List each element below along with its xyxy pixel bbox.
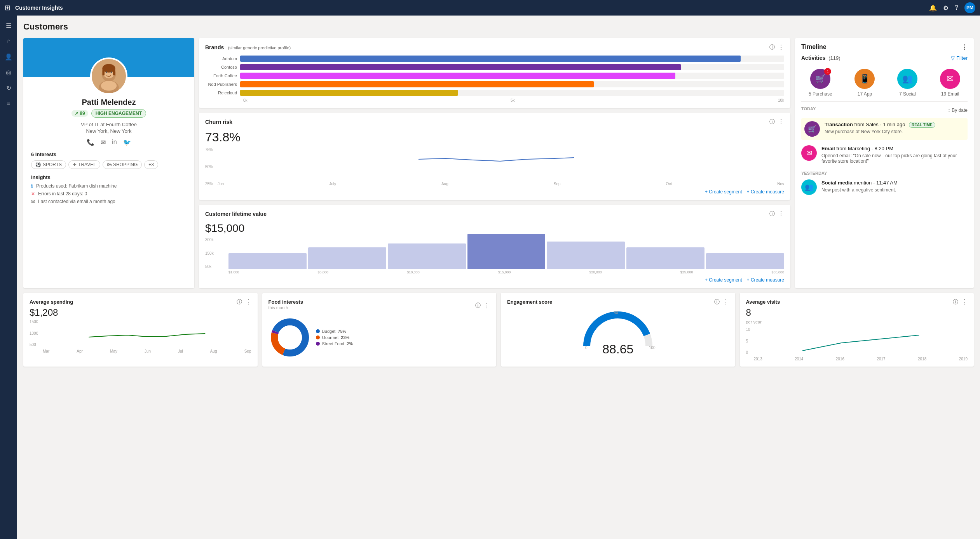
clv-bar — [706, 253, 784, 269]
visits-xaxis: 2013 2014 2016 2017 2018 2019 — [754, 357, 968, 361]
churn-title: Churn risk — [205, 119, 232, 125]
streetfood-dot — [316, 342, 320, 346]
profile-badges: ↗ 89 HIGH ENGAGEMENT — [31, 109, 187, 118]
profile-contacts: 📞 ✉ in 🐦 — [31, 139, 187, 146]
clv-header: Customer lifetime value ⓘ ⋮ — [205, 210, 784, 217]
sidebar-menu[interactable]: ☰ — [2, 19, 16, 33]
engagement-badge: HIGH ENGAGEMENT — [91, 109, 146, 118]
engagement-info[interactable]: ⓘ — [714, 299, 720, 306]
clv-bar — [626, 247, 704, 269]
sort-button[interactable]: ↕ By date — [948, 108, 968, 113]
brands-subtitle: (similar generic predictive profile) — [228, 45, 291, 50]
today-label: TODAY — [801, 106, 816, 111]
top-row: Patti Melendez ↗ 89 HIGH ENGAGEMENT VP o… — [23, 38, 974, 288]
purchase-circle: 🛒 1 — [810, 69, 830, 89]
clv-bars — [218, 238, 784, 269]
visits-svg-wrap: 2013 2014 2016 2017 2018 2019 — [754, 327, 968, 361]
churn-card: Churn risk ⓘ ⋮ 73.8% 75% 50% 25% — [199, 113, 790, 200]
timeline-dot-1: ✉ — [801, 145, 817, 161]
food-more[interactable]: ⋮ — [484, 302, 490, 309]
activity-app[interactable]: 📱 17 App — [854, 69, 875, 97]
clv-yaxis: 300k 150k 50k — [205, 238, 216, 269]
apps-icon[interactable]: ⊞ — [5, 3, 10, 12]
email-icon[interactable]: ✉ — [101, 139, 106, 146]
food-info[interactable]: ⓘ — [475, 302, 481, 309]
spending-xaxis: Mar Apr May Jun Jul Aug Sep — [43, 349, 251, 353]
brands-actions: ⓘ ⋮ — [769, 43, 784, 51]
engagement-more[interactable]: ⋮ — [723, 298, 729, 306]
app-circle: 📱 — [854, 69, 875, 89]
churn-info-icon[interactable]: ⓘ — [769, 118, 775, 125]
sidebar-segments[interactable]: ◎ — [2, 65, 16, 79]
brands-more-icon[interactable]: ⋮ — [778, 43, 784, 51]
food-title-group: Food interests this month — [269, 298, 303, 313]
purchase-label: 5 Purchase — [809, 91, 832, 97]
info-circle-icon: ℹ — [31, 183, 33, 189]
linkedin-icon[interactable]: in — [112, 139, 117, 146]
brands-info-icon[interactable]: ⓘ — [769, 44, 775, 51]
settings-icon[interactable]: ⚙ — [943, 4, 949, 12]
clv-chart-actions: + Create segment + Create measure — [205, 277, 784, 283]
donut-chart — [269, 316, 311, 359]
insight-3: ✉ Last contacted via email a month ago — [31, 199, 187, 204]
avg-spending-info[interactable]: ⓘ — [237, 299, 242, 306]
churn-svg-wrap: Jun July Aug Sep Oct Nov — [205, 148, 784, 186]
sidebar-measures[interactable]: ≡ — [2, 96, 16, 110]
brands-bar-row: Adatum — [205, 56, 784, 62]
clv-bar — [388, 243, 466, 269]
engagement-value: 88.65 — [602, 342, 633, 356]
sidebar-activities[interactable]: ↻ — [2, 81, 16, 95]
mail-icon: ✉ — [31, 199, 35, 204]
bar-container — [240, 64, 784, 70]
avatar[interactable]: PM — [964, 2, 975, 13]
activities-label: Activities — [801, 55, 825, 61]
activity-purchase[interactable]: 🛒 1 5 Purchase — [809, 69, 832, 97]
bar-container — [240, 90, 784, 96]
interest-more[interactable]: +3 — [144, 160, 158, 169]
activity-email[interactable]: ✉ 19 Email — [940, 69, 960, 97]
activities-count: (119) — [828, 55, 840, 61]
help-icon[interactable]: ? — [955, 4, 958, 11]
timeline-item-0: 🛒 Transaction from Sales - 1 min ago REA… — [801, 118, 968, 140]
avg-spending-value: $1,208 — [30, 307, 251, 318]
clv-bar — [228, 253, 307, 269]
filter-icon: ▽ — [951, 55, 955, 61]
engagement-card: Engagement score ⓘ ⋮ 0 50 — [501, 293, 735, 367]
timeline-more-icon[interactable]: ⋮ — [961, 43, 968, 51]
engagement-actions: ⓘ ⋮ — [714, 298, 729, 306]
avg-visits-more[interactable]: ⋮ — [961, 298, 968, 306]
avg-visits-info[interactable]: ⓘ — [953, 299, 958, 306]
sidebar: ☰ ⌂ 👤 ◎ ↻ ≡ — [0, 16, 17, 539]
phone-icon[interactable]: 📞 — [87, 139, 94, 146]
avg-spending-more[interactable]: ⋮ — [245, 298, 251, 306]
main-container: ☰ ⌂ 👤 ◎ ↻ ≡ Customers — [0, 16, 980, 539]
create-segment-btn[interactable]: + Create segment — [705, 189, 742, 195]
filter-button[interactable]: ▽ Filter — [951, 55, 968, 61]
clv-value: $15,000 — [205, 222, 784, 235]
activity-social[interactable]: 👥 7 Social — [897, 69, 917, 97]
timeline-dot-wrap-0: 🛒 — [804, 121, 820, 137]
purchase-badge: 1 — [824, 68, 831, 75]
social-label: 7 Social — [899, 91, 916, 97]
brands-bar-row: Relecloud — [205, 90, 784, 96]
activities-row: Activities (119) ▽ Filter — [801, 55, 968, 61]
avg-spending-header: Average spending ⓘ ⋮ — [30, 298, 251, 306]
profile-location: New York, New York — [31, 128, 187, 134]
avg-spending-title: Average spending — [30, 299, 73, 305]
avg-spending-chart: 1500 1000 500 Mar Apr May Jun — [30, 320, 251, 353]
svg-text:0: 0 — [585, 346, 588, 350]
sidebar-customers[interactable]: 👤 — [2, 50, 16, 64]
clv-more-icon[interactable]: ⋮ — [778, 210, 784, 217]
clv-create-measure-btn[interactable]: + Create measure — [747, 277, 784, 283]
avg-visits-card: Average visits ⓘ ⋮ 8 per year 10 5 0 — [740, 293, 974, 367]
clv-create-segment-btn[interactable]: + Create segment — [705, 277, 742, 283]
bar-label: Adatum — [205, 56, 240, 61]
clv-info-icon[interactable]: ⓘ — [769, 210, 775, 217]
streetfood-label: Street Food — [322, 341, 344, 346]
notification-icon[interactable]: 🔔 — [929, 4, 937, 12]
create-measure-btn[interactable]: + Create measure — [747, 189, 784, 195]
twitter-icon[interactable]: 🐦 — [123, 139, 131, 146]
churn-more-icon[interactable]: ⋮ — [778, 118, 784, 125]
timeline-sort-row: TODAY ↕ By date — [801, 106, 968, 114]
sidebar-home[interactable]: ⌂ — [2, 34, 16, 48]
